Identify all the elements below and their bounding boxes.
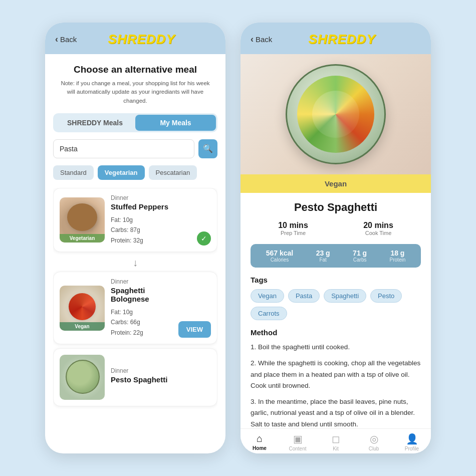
kit-icon: ◻ (332, 433, 340, 445)
meal-card-stuffed-peppers[interactable]: Vegetarian Dinner Stuffed Peppers Fat: 1… (53, 188, 217, 252)
selected-check-icon: ✓ (197, 231, 211, 246)
meal-type-pesto: Dinner (111, 367, 211, 374)
macro-fat: 23 g Fat (316, 249, 330, 263)
right-header: ‹ Back SHREDDY (241, 23, 431, 54)
meal-macros-spaghetti: Fat: 10g Carbs: 66g Protein: 22g (111, 307, 172, 338)
tag-vegan[interactable]: Vegan (251, 289, 284, 303)
macro-protein: 18 g Protein (390, 249, 406, 263)
protein-stuffed-peppers: Protein: 32g (111, 235, 211, 246)
method-step-3: 3. In the meantime, place the basil leav… (251, 396, 421, 428)
recipe-detail: Pesto Spaghetti 10 mins Prep Time 20 min… (241, 193, 431, 428)
nav-profile[interactable]: 👤 Profile (393, 433, 431, 451)
prep-time-label: Prep Time (278, 230, 308, 236)
macros-bar: 567 kcal Calories 23 g Fat 71 g Carbs 18… (251, 244, 421, 268)
prep-time-item: 10 mins Prep Time (278, 221, 308, 236)
right-phone: ‹ Back SHREDDY Vegan Pesto Spaghetti 10 … (241, 23, 431, 453)
macro-protein-value: 18 g (390, 249, 406, 257)
profile-icon: 👤 (406, 433, 418, 445)
search-input[interactable] (53, 139, 194, 158)
diet-standard[interactable]: Standard (53, 165, 94, 180)
macro-calories-label: Calories (266, 257, 294, 263)
meal-badge-stuffed-peppers: Vegetarian (60, 234, 105, 243)
protein-spaghetti: Protein: 22g (111, 328, 172, 338)
fat-spaghetti: Fat: 10g (111, 307, 172, 317)
macro-calories-value: 567 kcal (266, 249, 294, 257)
nav-profile-label: Profile (405, 446, 419, 451)
right-content-area: Vegan Pesto Spaghetti 10 mins Prep Time … (241, 54, 431, 453)
meals-list: Vegetarian Dinner Stuffed Peppers Fat: 1… (53, 188, 217, 447)
cook-time-value: 20 mins (363, 221, 393, 230)
content-icon: ▣ (293, 433, 303, 445)
meal-badge-spaghetti: Vegan (60, 322, 105, 331)
search-button[interactable]: 🔍 (198, 139, 217, 158)
right-back-chevron-icon: ‹ (251, 34, 254, 45)
tag-spaghetti[interactable]: Spaghetti (324, 289, 366, 303)
tag-carrots[interactable]: Carrots (251, 307, 287, 320)
meal-info-stuffed-peppers: Dinner Stuffed Peppers Fat: 10g Carbs: 8… (111, 194, 211, 246)
macro-carbs-label: Carbs (353, 257, 367, 263)
fat-stuffed-peppers: Fat: 10g (111, 215, 211, 225)
meal-info-pesto: Dinner Pesto Spaghetti (111, 367, 211, 388)
vegan-banner: Vegan (241, 174, 431, 193)
macro-carbs-value: 71 g (353, 249, 367, 257)
meal-info-spaghetti: Dinner Spaghetti Bolognese Fat: 10g Carb… (111, 278, 172, 338)
meal-tabs: SHREDDY Meals My Meals (53, 113, 217, 132)
method-step-2: 2. While the spaghetti is cooking, chop … (251, 358, 421, 391)
meal-card-pesto[interactable]: Dinner Pesto Spaghetti (53, 348, 217, 406)
carbs-stuffed-peppers: Carbs: 87g (111, 225, 211, 235)
left-back-button[interactable]: ‹ Back (55, 34, 77, 45)
nav-kit-label: Kit (333, 446, 339, 451)
left-back-chevron-icon: ‹ (55, 34, 58, 45)
right-back-label: Back (256, 35, 272, 44)
macro-fat-value: 23 g (316, 249, 330, 257)
bottom-nav: ⌂ Home ▣ Content ◻ Kit ◎ Club 👤 Profi (241, 428, 431, 453)
dish-image-area (241, 54, 431, 174)
meal-image-pesto (60, 355, 105, 400)
meal-name-stuffed-peppers: Stuffed Peppers (111, 202, 211, 211)
meal-card-spaghetti-bolognese[interactable]: Vegan Dinner Spaghetti Bolognese Fat: 10… (53, 272, 217, 344)
tag-pesto[interactable]: Pesto (370, 289, 402, 303)
note-text: Note: if you change a meal, your shoppin… (53, 79, 217, 105)
left-content-area: Choose an alternative meal Note: if you … (45, 54, 225, 453)
meal-macros-stuffed-peppers: Fat: 10g Carbs: 87g Protein: 32g (111, 215, 211, 246)
right-back-button[interactable]: ‹ Back (251, 34, 272, 45)
nav-club-label: Club (369, 446, 379, 451)
meal-image-stuffed-peppers: Vegetarian (60, 197, 105, 243)
nav-club[interactable]: ◎ Club (355, 433, 393, 451)
nav-home[interactable]: ⌂ Home (241, 433, 279, 451)
search-row: 🔍 (53, 139, 217, 158)
view-spaghetti-button[interactable]: VIEW (178, 321, 211, 338)
method-step-1: 1. Boil the spaghetti until cooked. (251, 342, 421, 353)
left-logo: SHREDDY (108, 32, 190, 47)
cook-time-item: 20 mins Cook Time (363, 221, 393, 236)
method-section-title: Method (251, 328, 421, 337)
diet-vegetarian[interactable]: Vegetarian (98, 165, 145, 180)
method-text: 1. Boil the spaghetti until cooked. 2. W… (251, 342, 421, 428)
tags-section-title: Tags (251, 276, 421, 284)
left-phone: ‹ Back SHREDDY Choose an alternative mea… (45, 23, 225, 453)
nav-content[interactable]: ▣ Content (279, 433, 317, 451)
nav-content-label: Content (289, 446, 306, 451)
right-logo: SHREDDY (309, 32, 391, 47)
home-icon: ⌂ (257, 433, 263, 444)
left-back-label: Back (60, 35, 77, 44)
nav-kit[interactable]: ◻ Kit (317, 433, 355, 451)
arrow-down-icon: ↓ (53, 254, 217, 272)
meal-name-pesto: Pesto Spaghetti (111, 375, 211, 384)
tag-pasta[interactable]: Pasta (288, 289, 320, 303)
macro-carbs: 71 g Carbs (353, 249, 367, 263)
choose-title: Choose an alternative meal (53, 64, 217, 75)
macro-protein-label: Protein (390, 257, 406, 263)
meal-type-stuffed-peppers: Dinner (111, 194, 211, 201)
search-icon: 🔍 (203, 144, 213, 153)
macro-fat-label: Fat (316, 257, 330, 263)
cook-time-label: Cook Time (363, 230, 393, 236)
club-icon: ◎ (370, 433, 378, 445)
meal-image-spaghetti: Vegan (60, 286, 105, 331)
nav-home-label: Home (253, 445, 267, 451)
tab-my-meals[interactable]: My Meals (135, 115, 216, 131)
left-header: ‹ Back SHREDDY (45, 23, 225, 54)
tags-row: Vegan Pasta Spaghetti Pesto Carrots (251, 289, 421, 320)
diet-pescatarian[interactable]: Pescatarian (149, 165, 197, 180)
tab-shreddy-meals[interactable]: SHREDDY Meals (55, 115, 135, 131)
